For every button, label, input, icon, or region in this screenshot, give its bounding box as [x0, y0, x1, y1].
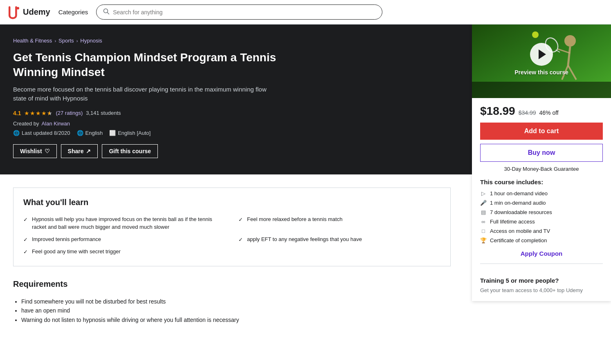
- req-item-2: have an open mind: [21, 306, 451, 315]
- search-bar: [96, 4, 382, 20]
- udemy-logo-icon: [7, 5, 21, 20]
- search-input[interactable]: [113, 9, 375, 16]
- language-item: 🌐 English: [77, 130, 103, 136]
- learn-text-4: apply EFT to any negative feelings that …: [247, 235, 362, 243]
- requirements-section: Requirements Find somewhere you will not…: [13, 279, 451, 324]
- download-icon: ▤: [480, 209, 487, 215]
- requirements-title: Requirements: [13, 279, 451, 289]
- caption-text: English [Auto]: [118, 130, 151, 136]
- content-area: What you'll learn ✓ Hypnosis will help y…: [0, 174, 464, 351]
- course-preview[interactable]: Preview this course: [472, 20, 611, 98]
- learn-section: What you'll learn ✓ Hypnosis will help y…: [13, 188, 451, 266]
- includes-item-download: ▤ 7 downloadable resources: [480, 209, 603, 215]
- info-row: 🌐 Last updated 8/2020 🌐 English ⬜ Englis…: [13, 130, 459, 136]
- learn-section-title: What you'll learn: [23, 198, 440, 207]
- requirements-list: Find somewhere you will not be disturbed…: [13, 297, 451, 324]
- star-2: ★: [30, 110, 35, 116]
- team-text: Get your team access to 4,000+ top Udemy: [480, 286, 603, 295]
- audio-icon: 🎤: [480, 200, 487, 206]
- price-discount: 46% off: [539, 109, 558, 116]
- check-icon-3: ✓: [23, 236, 28, 244]
- learn-text-2: Feel more relaxed before a tennis match: [247, 215, 342, 223]
- includes-item-video: ▷ 1 hour on-demand video: [480, 190, 603, 197]
- learn-item-2: ✓ Feel more relaxed before a tennis matc…: [238, 215, 440, 231]
- mobile-icon: □: [480, 228, 487, 234]
- req-item-3: Warning do not listen to hypnosis while …: [21, 315, 451, 324]
- search-icon: [103, 8, 110, 16]
- includes-lifetime-text: Full lifetime access: [490, 219, 535, 225]
- students-count: 3,141 students: [86, 110, 121, 116]
- includes-item-audio: 🎤 1 min on-demand audio: [480, 200, 603, 206]
- breadcrumb-health[interactable]: Health & Fitness: [13, 38, 52, 44]
- globe-icon: 🌐: [13, 130, 20, 136]
- main-layout: Health & Fitness › Sports › Hypnosis Get…: [0, 25, 611, 174]
- learn-item-1: ✓ Hypnosis will help you have improved f…: [23, 215, 225, 231]
- learn-text-5: Feel good any time with secret trigger: [32, 248, 121, 256]
- learn-item-4: ✓ apply EFT to any negative feelings tha…: [238, 235, 440, 244]
- header: Udemy Categories: [0, 0, 611, 25]
- buy-now-button[interactable]: Buy now: [480, 144, 603, 162]
- instructor-row: Created by Alan Kirwan: [13, 121, 459, 127]
- video-icon: ▷: [480, 190, 487, 197]
- wishlist-button[interactable]: Wishlist ♡: [13, 144, 57, 158]
- includes-download-text: 7 downloadable resources: [490, 209, 552, 215]
- includes-item-lifetime: ∞ Full lifetime access: [480, 219, 603, 225]
- play-overlay[interactable]: Preview this course: [472, 20, 611, 98]
- includes-audio-text: 1 min on-demand audio: [490, 200, 546, 206]
- rating-row: 4.1 ★ ★ ★ ★ ★ ★ (27 ratings) 3,141 stude…: [13, 110, 459, 116]
- learn-item-5: ✓ Feel good any time with secret trigger: [23, 248, 225, 256]
- sidebar-price-section: $18.99 $34.99 46% off Add to cart Buy no…: [472, 98, 611, 277]
- star-4: ★: [41, 110, 47, 116]
- includes-list: ▷ 1 hour on-demand video 🎤 1 min on-dema…: [480, 190, 603, 243]
- logo[interactable]: Udemy: [7, 5, 50, 20]
- learn-item-3: ✓ Improved tennis performance: [23, 235, 225, 244]
- add-to-cart-button[interactable]: Add to cart: [480, 123, 603, 140]
- learn-grid: ✓ Hypnosis will help you have improved f…: [23, 215, 440, 256]
- certificate-icon: 🏆: [480, 237, 487, 243]
- rating-number: 4.1: [13, 110, 21, 116]
- breadcrumb-sep-2: ›: [76, 38, 78, 43]
- rating-count: (27 ratings): [56, 110, 83, 116]
- action-row: Wishlist ♡ Share ↗ Gift this course: [13, 144, 459, 158]
- price-original: $34.99: [519, 109, 536, 116]
- course-title: Get Tennis Champion Mindset Program a Te…: [13, 50, 291, 80]
- learn-text-1: Hypnosis will help you have improved foc…: [32, 215, 225, 231]
- check-icon-2: ✓: [238, 216, 243, 224]
- logo-text: Udemy: [23, 7, 50, 17]
- divider: [480, 264, 603, 264]
- instructor-link[interactable]: Alan Kirwan: [42, 121, 70, 127]
- heart-icon: ♡: [45, 148, 50, 154]
- share-icon: ↗: [86, 148, 91, 154]
- last-updated-text: Last updated 8/2020: [22, 130, 70, 136]
- check-icon-5: ✓: [23, 248, 28, 256]
- caption-item: ⬜ English [Auto]: [109, 130, 151, 136]
- breadcrumb-hypnosis[interactable]: Hypnosis: [80, 38, 102, 44]
- apply-coupon-link[interactable]: Apply Coupon: [480, 250, 603, 257]
- includes-item-mobile: □ Access on mobile and TV: [480, 228, 603, 234]
- check-icon-4: ✓: [238, 236, 243, 244]
- categories-button[interactable]: Categories: [55, 7, 92, 17]
- includes-certificate-text: Certificate of completion: [490, 237, 547, 243]
- share-label: Share: [68, 148, 84, 154]
- price-current: $18.99: [480, 105, 515, 118]
- svg-line-2: [108, 13, 109, 14]
- play-triangle: [539, 49, 546, 59]
- last-updated-item: 🌐 Last updated 8/2020: [13, 130, 70, 136]
- language-text: English: [85, 130, 103, 136]
- course-subtitle: Become more focused on the tennis ball d…: [13, 85, 275, 103]
- hero-section: Health & Fitness › Sports › Hypnosis Get…: [0, 25, 472, 174]
- check-icon-1: ✓: [23, 216, 28, 224]
- breadcrumb-sports[interactable]: Sports: [58, 38, 74, 44]
- star-3: ★: [36, 110, 41, 116]
- req-item-1: Find somewhere you will not be disturbed…: [21, 297, 451, 306]
- includes-mobile-text: Access on mobile and TV: [490, 228, 550, 234]
- star-1: ★: [24, 110, 29, 116]
- guarantee-text: 30-Day Money-Back Guarantee: [480, 166, 603, 172]
- preview-label: Preview this course: [514, 69, 568, 76]
- svg-point-0: [17, 7, 19, 9]
- share-button[interactable]: Share ↗: [61, 144, 98, 158]
- gift-button[interactable]: Gift this course: [102, 144, 158, 158]
- includes-video-text: 1 hour on-demand video: [490, 190, 548, 197]
- caption-icon: ⬜: [109, 130, 116, 136]
- team-section: Training 5 or more people? Get your team…: [472, 277, 611, 301]
